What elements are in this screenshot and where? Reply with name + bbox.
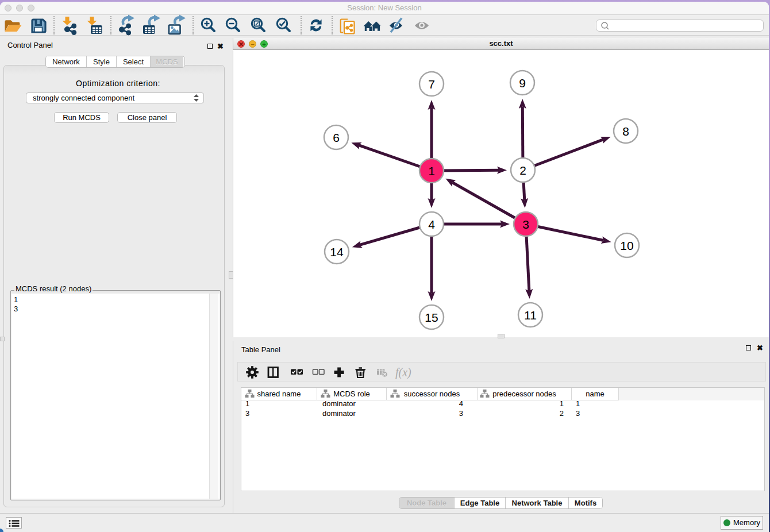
svg-text:3: 3 bbox=[522, 218, 529, 231]
svg-text:9: 9 bbox=[519, 76, 526, 90]
svg-text:14: 14 bbox=[330, 245, 344, 259]
svg-text:f(x): f(x) bbox=[395, 366, 411, 379]
svg-text:1: 1 bbox=[428, 164, 435, 178]
svg-text:10: 10 bbox=[620, 239, 633, 252]
svg-text:7: 7 bbox=[428, 78, 435, 91]
svg-text:8: 8 bbox=[622, 125, 629, 138]
svg-text:2: 2 bbox=[519, 164, 526, 177]
svg-text:6: 6 bbox=[333, 131, 340, 144]
svg-text:15: 15 bbox=[425, 311, 438, 324]
svg-text:4: 4 bbox=[428, 218, 435, 231]
svg-text:11: 11 bbox=[524, 309, 537, 322]
